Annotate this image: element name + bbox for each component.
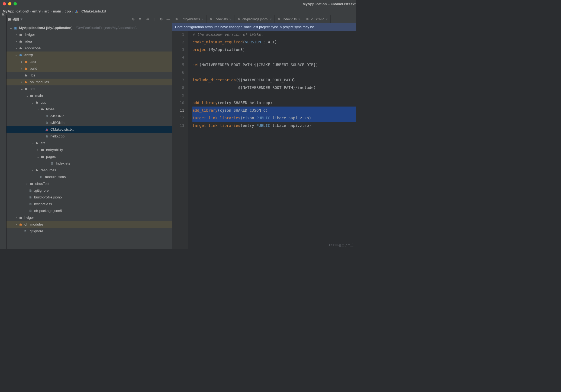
code-line: cmake_minimum_required(VERSION 3.4.1) (192, 38, 356, 46)
close-icon[interactable]: × (270, 17, 272, 21)
chevron-right-icon[interactable] (14, 46, 18, 50)
hide-panel-icon[interactable]: — (166, 17, 170, 21)
tree-label: oh_modules (30, 80, 49, 84)
close-icon[interactable]: × (298, 17, 300, 21)
folder-icon: 🖿 (40, 107, 45, 111)
tree-item-ets[interactable]: 🖿ets (7, 140, 172, 146)
project-panel-title[interactable]: ▣ 项目 ▾ (8, 17, 129, 22)
tree-item-ohmodules2[interactable]: 🖿oh_modules (7, 221, 172, 228)
code-content[interactable]: # the minimum version of CMake. cmake_mi… (188, 31, 356, 249)
code-line: add_library(cjson SHARED cJSON.c) (192, 107, 356, 114)
breadcrumb-entry[interactable]: entry (32, 9, 41, 13)
close-window-button[interactable] (3, 2, 6, 5)
tree-item-hvigorfile[interactable]: 🗎hvigorfile.ts (7, 201, 172, 207)
breadcrumb-main[interactable]: main (53, 9, 61, 13)
tree-label: MyApplication3 (19, 26, 45, 30)
gear-icon[interactable]: ⚙ (159, 17, 163, 21)
tree-item-cxx[interactable]: 🖿.cxx (7, 58, 172, 65)
tab-entryability[interactable]: 🗎EntryAbility.ts× (172, 15, 207, 23)
chevron-right-icon[interactable] (14, 222, 18, 226)
line-number: 7 (172, 76, 184, 84)
tree-item-cjson-c[interactable]: 🗎cJSON.c (7, 113, 172, 119)
chevron-right-icon[interactable] (20, 60, 24, 64)
tree-item-hello-cpp[interactable]: 🗎hello.cpp (7, 133, 172, 140)
line-number: 11 (172, 107, 184, 114)
project-tool-tab[interactable]: 项目 (1, 17, 5, 18)
tree-item-buildprofile[interactable]: 🗎build-profile.json5 (7, 194, 172, 201)
tree-item-entry[interactable]: 🖿entry (7, 52, 172, 58)
tree-item-cpp[interactable]: 🖿cpp (7, 99, 172, 106)
chevron-down-icon[interactable] (14, 53, 18, 57)
code-editor[interactable]: 1 2 3 4 5 6 7 8 9 10 11 12 13 # the mini… (172, 31, 356, 249)
tree-item-src[interactable]: 🖿src (7, 85, 172, 92)
folder-excluded-icon: 🖿 (24, 66, 29, 71)
maximize-window-button[interactable] (14, 2, 17, 5)
chevron-right-icon[interactable] (20, 80, 24, 84)
chevron-down-icon[interactable] (36, 155, 40, 159)
chevron-down-icon[interactable] (25, 94, 29, 98)
expand-all-icon[interactable]: ≡ (138, 17, 142, 21)
close-icon[interactable]: × (230, 17, 231, 21)
chevron-right-icon[interactable] (14, 39, 18, 43)
tree-item-pages[interactable]: 🖿pages (7, 153, 172, 160)
chevron-right-icon (30, 9, 31, 14)
breadcrumb-file[interactable]: CMakeLists.txt (81, 9, 106, 13)
tree-item-types[interactable]: 🖿types (7, 106, 172, 113)
project-tree[interactable]: ▣ MyApplication3 [MyApplication] ~/DevEc… (7, 23, 172, 249)
panel-actions: ⊕ ≡ ⇥ | ⚙ — (131, 17, 170, 21)
json5-file-icon: 🗎 (28, 195, 33, 200)
tree-item-index-ets[interactable]: 🗎Index.ets (7, 160, 172, 167)
tab-index-dts[interactable]: 🗎index.d.ts× (275, 15, 303, 23)
sync-notification[interactable]: Core configuration attributes have chang… (172, 23, 356, 31)
chevron-down-icon[interactable] (30, 141, 35, 145)
tree-item-main[interactable]: 🖿main (7, 92, 172, 99)
tree-item-ohostest[interactable]: 🖿ohosTest (7, 180, 172, 187)
tree-item-appscope[interactable]: 🖿AppScope (7, 45, 172, 52)
window-controls (3, 2, 17, 5)
minimize-window-button[interactable] (8, 2, 11, 5)
tree-item-module-json5[interactable]: 🗎module.json5 (7, 173, 172, 180)
chevron-right-icon[interactable] (36, 148, 40, 152)
tree-item-build[interactable]: 🖿build (7, 65, 172, 72)
code-line (192, 69, 356, 76)
c-file-icon: 🗎 (44, 114, 49, 118)
chevron-right-icon[interactable] (20, 66, 24, 70)
close-icon[interactable]: × (326, 17, 328, 21)
tab-label: oh-package.json5 (243, 17, 268, 21)
chevron-right-icon[interactable] (30, 168, 35, 172)
tree-item-cmakelists[interactable]: CMakeLists.txt (7, 126, 172, 133)
tree-item-resources[interactable]: 🖿resources (7, 167, 172, 173)
tree-item-entryability[interactable]: 🖿entryability (7, 146, 172, 153)
json5-file-icon: 🗎 (237, 17, 241, 21)
tree-item-gitignore[interactable]: 🗎.gitignore (7, 187, 172, 194)
breadcrumb-root[interactable]: MyApplication3 (3, 9, 29, 13)
tree-item-ohpackage[interactable]: 🗎oh-package.json5 (7, 207, 172, 214)
dropdown-icon[interactable]: ▾ (21, 17, 22, 21)
breadcrumb-cpp[interactable]: cpp (65, 9, 71, 13)
tab-cjson-c[interactable]: 🗎cJSON.c× (303, 15, 331, 23)
tree-item-libs[interactable]: 🖿libs (7, 72, 172, 79)
tree-item-hvigor[interactable]: 🖿.hvigor (7, 31, 172, 38)
chevron-down-icon[interactable] (20, 87, 24, 91)
chevron-down-icon[interactable] (30, 100, 35, 104)
collapse-all-icon[interactable]: ⇥ (145, 17, 149, 21)
chevron-right-icon[interactable] (25, 182, 29, 186)
tree-item-ohmodules[interactable]: 🖿oh_modules (7, 79, 172, 85)
chevron-down-icon[interactable] (9, 26, 13, 30)
tree-item-cjson-h[interactable]: 🗎cJSON.h (7, 119, 172, 126)
tree-item-idea[interactable]: 🖿.idea (7, 38, 172, 45)
select-opened-file-icon[interactable]: ⊕ (131, 17, 135, 21)
close-icon[interactable]: × (202, 17, 204, 21)
tab-ohpackage[interactable]: 🗎oh-package.json5× (234, 15, 275, 23)
tree-item-gitignore2[interactable]: 🗎.gitignore (7, 228, 172, 234)
tab-index-ets[interactable]: 🗎Index.ets× (207, 15, 234, 23)
tree-root[interactable]: ▣ MyApplication3 [MyApplication] ~/DevEc… (7, 24, 172, 31)
chevron-right-icon[interactable] (14, 216, 18, 220)
chevron-right-icon[interactable] (36, 107, 40, 111)
breadcrumb-src[interactable]: src (44, 9, 50, 13)
tree-item-hvigor2[interactable]: 🖿hvigor (7, 214, 172, 221)
tree-label: cpp (41, 100, 46, 104)
chevron-right-icon[interactable] (14, 33, 18, 37)
chevron-right-icon[interactable] (20, 73, 24, 77)
project-icon: ▣ (13, 26, 18, 30)
